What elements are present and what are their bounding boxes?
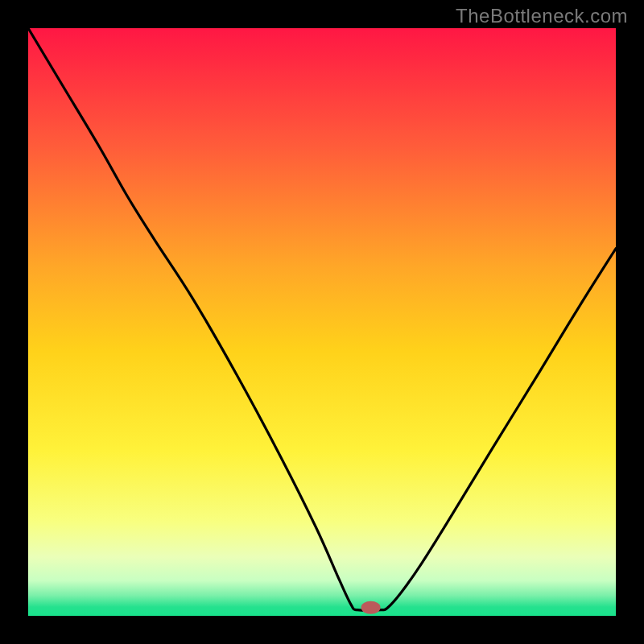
chart-frame: TheBottleneck.com [0, 0, 644, 644]
bottleneck-plot [28, 28, 616, 616]
watermark-text: TheBottleneck.com [456, 5, 628, 27]
optimal-marker [361, 601, 381, 614]
gradient-background [28, 28, 616, 616]
